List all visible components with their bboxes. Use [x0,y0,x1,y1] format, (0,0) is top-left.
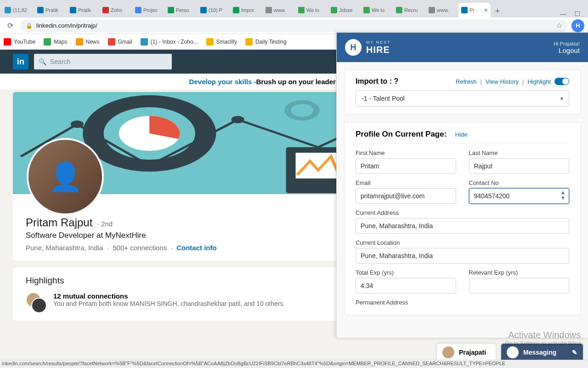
lock-icon: 🔒 [26,23,33,29]
browser-tab[interactable]: We lo [361,3,393,17]
browser-tab-strip: (11,82 Pratik Pratik Zoho Projec Perso (… [0,0,588,17]
browser-tab[interactable]: Recru [393,3,425,17]
current-location-input[interactable] [356,248,569,264]
email-label: Email [356,179,456,186]
avatar-icon [31,298,47,313]
current-address-input[interactable] [356,218,569,234]
profile-location: Pune, Maharashtra, India [26,244,103,252]
browser-tab[interactable]: www. [426,3,458,17]
chat-tab[interactable]: Prajapati [436,343,496,362]
linkedin-logo[interactable]: in [13,54,28,69]
avatar-icon [507,346,519,358]
stepper-icon[interactable]: ▲▼ [560,190,565,201]
extension-panel: H MY NEXTHIRE Hi Prajakta! Logout Import… [336,32,588,338]
reload-icon[interactable]: ⟳ [4,19,17,32]
linkedin-search-input[interactable]: 🔍 Search [34,54,172,69]
compose-icon[interactable]: ✎ [572,349,577,356]
browser-tab[interactable]: (11,82 [2,3,34,17]
bookmark-star-icon[interactable]: ☆ [556,21,562,30]
logo-badge-icon: H [345,39,362,56]
browser-tab[interactable]: Jobse [328,3,360,17]
bookmark-item[interactable]: Smaclify [206,38,237,46]
chevron-down-icon: ▼ [560,96,564,101]
mutual-subtitle: You and Pritam both know MANISH SINGH, c… [53,300,283,307]
address-bar: ⟳ 🔒 linkedin.com/in/pritrajp/ ☆ H [0,17,588,34]
browser-tab[interactable]: Pratik [67,3,99,17]
relevant-exp-label: Relevant Exp (yrs) [469,269,570,276]
refresh-link[interactable]: Refresh [456,78,477,85]
browser-profile-avatar[interactable]: H [571,19,584,32]
total-exp-input[interactable] [356,278,456,293]
url-text: linkedin.com/in/pritrajp/ [36,22,97,29]
browser-tab[interactable]: Zoho [100,3,132,17]
profile-form-card: Profile On Current Page: Hide First Name… [344,122,581,316]
highlight-toggle[interactable] [554,78,569,85]
contact-label: Contact No [469,179,570,186]
messaging-tab[interactable]: Messaging ✎ [501,343,583,362]
search-icon: 🔍 [39,58,46,65]
avatar-icon [442,346,454,358]
browser-tab[interactable]: www. [263,3,295,17]
current-address-label: Current Address [356,209,569,216]
minimize-icon[interactable]: — [560,10,566,17]
connection-degree: · 2nd [97,220,113,228]
last-name-label: Last Name [469,150,570,156]
highlight-label: Highlight [527,78,551,85]
extension-logo: H MY NEXTHIRE [345,39,391,56]
profile-avatar[interactable]: 👤 [27,138,104,215]
talent-pool-select[interactable]: -1 - Talent Pool ▼ [356,90,569,107]
new-tab-button[interactable]: + [491,5,504,17]
current-location-label: Current Location [356,239,569,246]
import-card: Import to : ? Refresh | View History | H… [344,69,581,115]
first-name-input[interactable] [356,158,456,174]
relevant-exp-input[interactable] [469,278,570,293]
url-input[interactable]: 🔒 linkedin.com/in/pritrajp/ ☆ [20,19,568,32]
maximize-icon[interactable]: ☐ [575,10,581,17]
profile-name: Pritam Rajput [26,216,92,229]
svg-point-2 [232,116,244,123]
browser-tab[interactable]: Pratik [34,3,67,17]
extension-header: H MY NEXTHIRE Hi Prajakta! Logout [337,33,588,62]
permanent-address-label: Permanent Address [356,299,569,306]
browser-tab[interactable]: We lo [295,3,328,17]
browser-tab[interactable]: Perso [165,3,197,17]
bookmark-item[interactable]: News [76,38,100,46]
browser-tab[interactable]: Projec [132,3,164,17]
svg-point-1 [71,121,84,128]
connections-count[interactable]: 500+ connections [113,244,167,252]
import-title: Import to : ? [356,77,398,86]
contact-info-link[interactable]: Contact info [176,244,217,252]
hide-link[interactable]: Hide [455,131,468,138]
profile-form-title: Profile On Current Page: [356,130,447,138]
total-exp-label: Total Exp (yrs) [356,269,456,276]
browser-tab[interactable]: (10) P [198,3,230,17]
bookmark-item[interactable]: YouTube [4,38,35,46]
email-input[interactable] [356,188,456,204]
browser-tab-active[interactable]: Pr× [458,3,491,17]
mutual-title: 12 mutual connections [53,292,283,300]
contact-input[interactable] [469,188,570,204]
bookmark-item[interactable]: Maps [44,38,67,46]
greeting-text: Hi Prajakta! [554,41,580,46]
view-history-link[interactable]: View History [486,78,519,85]
logout-link[interactable]: Logout [554,46,580,54]
browser-tab[interactable]: Impor [230,3,262,17]
close-icon[interactable]: × [484,6,488,14]
bookmark-item[interactable]: (1) - Inbox - Zoho... [141,38,198,46]
bookmark-item[interactable]: Daily Testing [245,38,287,46]
last-name-input[interactable] [469,158,570,174]
bookmark-item[interactable]: Gmail [108,38,132,46]
first-name-label: First Name [356,150,456,156]
status-bar-url: inkedin.com/search/results/people/?facet… [0,360,588,368]
